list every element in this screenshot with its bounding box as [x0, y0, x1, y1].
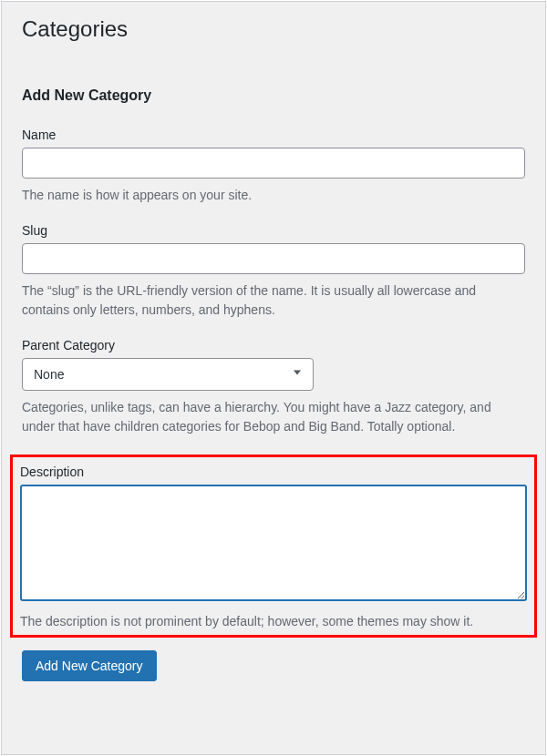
- add-new-category-button[interactable]: Add New Category: [22, 650, 157, 681]
- name-help: The name is how it appears on your site.: [22, 186, 525, 205]
- parent-select-wrap: None: [22, 358, 314, 391]
- description-help: The description is not prominent by defa…: [20, 612, 527, 631]
- description-input[interactable]: [20, 485, 527, 601]
- field-slug: Slug The “slug” is the URL-friendly vers…: [22, 223, 525, 320]
- parent-label: Parent Category: [22, 338, 525, 352]
- categories-panel: Categories Add New Category Name The nam…: [1, 1, 546, 755]
- description-label: Description: [20, 465, 527, 479]
- section-title: Add New Category: [22, 87, 525, 104]
- field-description: Description The description is not promi…: [20, 465, 527, 631]
- slug-label: Slug: [22, 223, 525, 238]
- slug-help: The “slug” is the URL-friendly version o…: [22, 281, 525, 320]
- description-highlight: Description The description is not promi…: [10, 455, 537, 638]
- field-parent: Parent Category None Categories, unlike …: [22, 338, 525, 436]
- field-name: Name The name is how it appears on your …: [22, 128, 525, 205]
- parent-help: Categories, unlike tags, can have a hier…: [22, 398, 525, 436]
- page-title: Categories: [22, 16, 525, 42]
- slug-input[interactable]: [22, 243, 525, 274]
- parent-select[interactable]: None: [22, 358, 314, 391]
- name-label: Name: [22, 128, 525, 142]
- name-input[interactable]: [22, 148, 525, 179]
